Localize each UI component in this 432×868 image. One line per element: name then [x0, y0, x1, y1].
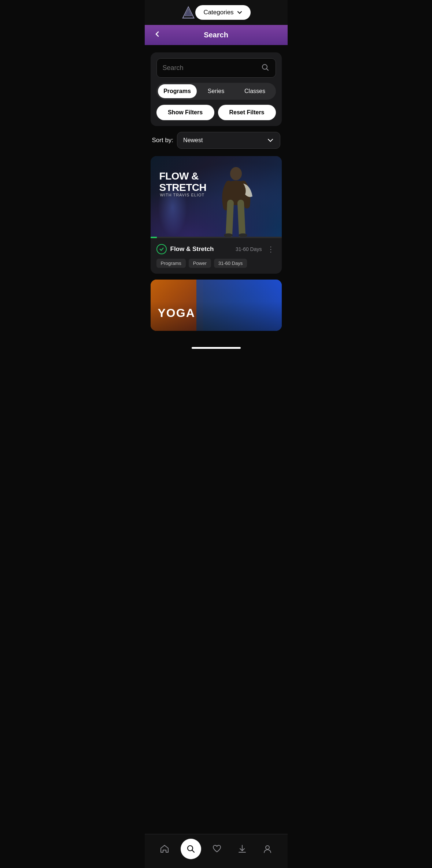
nav-search[interactable]	[181, 839, 201, 859]
search-input-wrapper[interactable]	[156, 58, 276, 78]
card-duration: 31-60 Days	[236, 246, 262, 252]
nav-downloads[interactable]	[233, 843, 251, 855]
tab-programs[interactable]: Programs	[158, 84, 197, 98]
card-info-row: Flow & Stretch 31-60 Days ⋮	[156, 243, 276, 255]
nav-home[interactable]	[155, 843, 174, 855]
heart-icon	[212, 844, 222, 854]
search-header: Search	[145, 25, 288, 45]
download-icon	[237, 844, 247, 854]
chevron-down-icon	[237, 10, 243, 15]
filter-buttons: Show Filters Reset Filters	[156, 105, 276, 120]
tab-classes[interactable]: Classes	[236, 84, 274, 98]
card-image-yoga: YOGA	[151, 280, 282, 331]
card-yoga[interactable]: YOGA	[151, 280, 282, 331]
search-header-title: Search	[204, 31, 228, 39]
tag-programs: Programs	[156, 259, 186, 268]
sort-select[interactable]: Newest	[177, 132, 280, 149]
card-yoga-title-text: YOGA	[158, 306, 195, 320]
sort-label: Sort by:	[152, 137, 174, 144]
back-button[interactable]	[152, 29, 162, 41]
progress-bar	[151, 237, 282, 238]
tag-power: Power	[189, 259, 211, 268]
sort-chevron-icon	[267, 137, 274, 144]
card-tags: Programs Power 31-60 Days	[156, 259, 276, 268]
search-submit-button[interactable]	[261, 63, 270, 73]
search-input[interactable]	[163, 64, 261, 72]
sort-value: Newest	[183, 137, 266, 144]
search-icon	[261, 63, 270, 72]
search-nav-icon	[186, 844, 196, 854]
card-flow-subtitle: WITH TRAVIS ELIOT	[160, 193, 205, 197]
tab-series[interactable]: Series	[197, 84, 236, 98]
card-flow-stretch[interactable]: FLOW &STRETCH WITH TRAVIS ELIOT	[151, 156, 282, 274]
nav-favorites[interactable]	[208, 843, 226, 855]
person-silhouette	[212, 163, 260, 237]
check-icon	[159, 247, 164, 252]
main-content: Programs Series Classes Show Filters Res…	[145, 45, 288, 344]
profile-icon	[263, 844, 272, 854]
search-container: Programs Series Classes Show Filters Res…	[151, 52, 282, 126]
svg-point-3	[230, 167, 242, 180]
bottom-nav	[145, 834, 288, 868]
nav-profile[interactable]	[258, 843, 277, 855]
svg-point-7	[266, 846, 269, 849]
progress-fill	[151, 237, 157, 238]
card-title: Flow & Stretch	[170, 245, 214, 253]
categories-button[interactable]: Categories	[195, 5, 250, 20]
card-flow-title-text: FLOW &STRETCH	[159, 171, 207, 193]
top-nav: Categories	[145, 0, 288, 25]
reset-filters-button[interactable]: Reset Filters	[218, 105, 276, 120]
more-options-button[interactable]: ⋮	[266, 243, 276, 255]
card-info-flow: Flow & Stretch 31-60 Days ⋮ Programs Pow…	[151, 238, 282, 274]
bottom-indicator	[192, 347, 241, 349]
card-title-row: Flow & Stretch	[156, 244, 214, 254]
tab-selector: Programs Series Classes	[156, 83, 276, 100]
logo-icon	[181, 5, 195, 19]
categories-label: Categories	[203, 9, 233, 16]
show-filters-button[interactable]: Show Filters	[156, 105, 214, 120]
sort-row: Sort by: Newest	[151, 132, 282, 149]
home-icon	[160, 844, 169, 854]
card-image-flow: FLOW &STRETCH WITH TRAVIS ELIOT	[151, 156, 282, 237]
check-circle	[156, 244, 167, 254]
tag-duration: 31-60 Days	[214, 259, 247, 268]
back-icon	[154, 30, 161, 38]
